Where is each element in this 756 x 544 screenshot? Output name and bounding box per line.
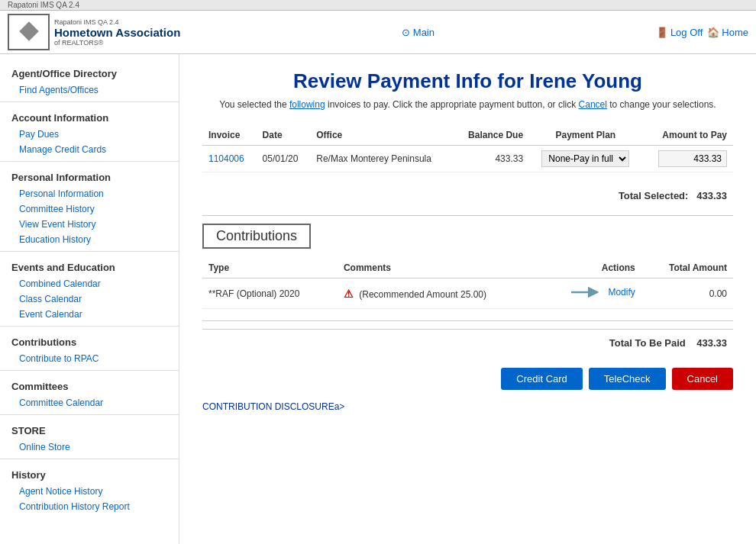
sidebar-section-account: Account Information Pay Dues Manage Cred…	[0, 106, 179, 157]
buttons-row: Credit Card TeleCheck Cancel	[202, 368, 733, 390]
total-selected-label: Total Selected:	[619, 190, 689, 201]
total-to-pay-value: 433.33	[696, 337, 727, 349]
header-right-nav: 🚪 Log Off 🏠 Home	[656, 27, 748, 38]
contributions-box: Contributions	[202, 224, 311, 249]
page-title: Review Payment Info for Irene Young	[202, 69, 733, 93]
logoff-link[interactable]: 🚪 Log Off	[656, 27, 703, 38]
sidebar-item-manage-credit[interactable]: Manage Credit Cards	[0, 142, 179, 157]
col-payment-plan: Payment Plan	[529, 125, 642, 146]
invoice-link[interactable]: 1104006	[208, 153, 244, 164]
cancel-button[interactable]: Cancel	[672, 368, 733, 390]
sidebar-section-events: Events and Education Combined Calendar C…	[0, 256, 179, 322]
sidebar-title-store: STORE	[0, 419, 179, 439]
brand-text: Rapatoni IMS QA 2.4 Hometown Association…	[54, 18, 180, 47]
sidebar-title-account: Account Information	[0, 106, 179, 127]
amount-to-pay-input[interactable]	[658, 150, 727, 167]
sidebar-section-history: History Agent Notice History Contributio…	[0, 463, 179, 514]
invoice-balance: 433.33	[454, 146, 529, 172]
sidebar-item-contribute-rpac[interactable]: Contribute to RPAC	[0, 351, 179, 366]
following-link[interactable]: following	[289, 99, 325, 110]
payment-plan-select[interactable]: None-Pay in full	[541, 150, 629, 167]
header: Rapatoni IMS QA 2.4 Hometown Association…	[0, 11, 756, 54]
logo-icon	[8, 14, 50, 50]
sidebar-title-history: History	[0, 463, 179, 484]
amount-to-pay-cell	[642, 146, 733, 172]
invoice-office: Re/Max Monterey Peninsula	[310, 146, 454, 172]
logo-area: Rapatoni IMS QA 2.4 Hometown Association…	[8, 14, 180, 50]
cancel-inline-link[interactable]: Cancel	[579, 99, 607, 110]
sidebar-title-personal: Personal Information	[0, 166, 179, 186]
arrow-icon	[570, 285, 603, 300]
sidebar-item-contribution-history-report[interactable]: Contribution History Report	[0, 499, 179, 514]
main-content: Review Payment Info for Irene Young You …	[179, 54, 756, 544]
invoice-row: 1104006 05/01/20 Re/Max Monterey Peninsu…	[202, 146, 733, 172]
logoff-icon: 🚪	[656, 27, 668, 38]
sidebar: Agent/Office Directory Find Agents/Offic…	[0, 54, 179, 544]
contrib-type: **RAF (Optional) 2020	[202, 278, 338, 309]
info-icon: ⚠	[344, 288, 354, 300]
logo-diamond	[19, 21, 38, 40]
telecheck-button[interactable]: TeleCheck	[589, 368, 666, 390]
invoice-table: Invoice Date Office Balance Due Payment …	[202, 125, 733, 172]
contributions-heading: Contributions	[216, 228, 297, 243]
invoice-date: 05/01/20	[257, 146, 311, 172]
sidebar-item-class-calendar[interactable]: Class Calendar	[0, 291, 179, 307]
top-bar: Rapatoni IMS QA 2.4	[0, 0, 756, 11]
total-selected-value: 433.33	[696, 190, 727, 201]
sidebar-item-education-history[interactable]: Education History	[0, 232, 179, 247]
credit-card-button[interactable]: Credit Card	[501, 368, 582, 390]
contrib-col-total: Total Amount	[641, 258, 733, 278]
sidebar-item-find-agents[interactable]: Find Agents/Offices	[0, 82, 179, 98]
sidebar-section-agent-office: Agent/Office Directory Find Agents/Offic…	[0, 62, 179, 98]
total-to-pay-label: Total To Be Paid	[609, 337, 686, 349]
sidebar-item-event-calendar[interactable]: Event Calendar	[0, 307, 179, 322]
contribution-row: **RAF (Optional) 2020 ⚠ (Recommended Amo…	[202, 278, 733, 309]
sidebar-title-agent-office: Agent/Office Directory	[0, 62, 179, 82]
sidebar-section-contributions: Contributions Contribute to RPAC	[0, 330, 179, 366]
actions-cell: Modify	[570, 285, 635, 300]
contrib-col-type: Type	[202, 258, 338, 278]
main-nav-link[interactable]: Main	[413, 27, 435, 38]
sidebar-title-contributions: Contributions	[0, 330, 179, 351]
total-selected-row: Total Selected: 433.33	[202, 184, 733, 208]
contrib-total: 0.00	[641, 278, 733, 309]
layout: Agent/Office Directory Find Agents/Offic…	[0, 54, 756, 544]
sidebar-item-committee-history[interactable]: Committee History	[0, 201, 179, 217]
contrib-actions: Modify	[540, 278, 641, 309]
sidebar-title-committees: Committees	[0, 375, 179, 395]
col-balance-due: Balance Due	[454, 125, 529, 146]
sidebar-title-events: Events and Education	[0, 256, 179, 276]
sidebar-section-store: STORE Online Store	[0, 419, 179, 455]
sidebar-item-agent-notice-history[interactable]: Agent Notice History	[0, 484, 179, 499]
sidebar-item-online-store[interactable]: Online Store	[0, 439, 179, 455]
page-subtitle: You selected the following invoices to p…	[202, 99, 733, 110]
col-amount-to-pay: Amount to Pay	[642, 125, 733, 146]
disclosure-link[interactable]: CONTRIBUTION DISCLOSUREa>	[202, 401, 733, 412]
col-office: Office	[310, 125, 454, 146]
sidebar-item-combined-calendar[interactable]: Combined Calendar	[0, 276, 179, 291]
modify-link[interactable]: Modify	[608, 287, 635, 298]
app-name: Rapatoni IMS QA 2.4	[8, 1, 79, 9]
brand-sub: of REALTORS®	[54, 39, 180, 47]
col-invoice: Invoice	[202, 125, 257, 146]
sidebar-item-pay-dues[interactable]: Pay Dues	[0, 127, 179, 142]
invoice-number: 1104006	[202, 146, 257, 172]
sidebar-section-committees: Committees Committee Calendar	[0, 375, 179, 410]
sidebar-item-personal-info[interactable]: Personal Information	[0, 186, 179, 201]
brand-subtitle: Rapatoni IMS QA 2.4	[54, 18, 180, 26]
home-icon: 🏠	[707, 27, 719, 38]
payment-plan-cell: None-Pay in full	[529, 146, 642, 172]
header-center: ⊙ Main	[402, 27, 435, 38]
sidebar-item-committee-calendar[interactable]: Committee Calendar	[0, 395, 179, 410]
total-to-pay-row: Total To Be Paid 433.33	[202, 329, 733, 356]
contributions-table: Type Comments Actions Total Amount **RAF…	[202, 258, 733, 309]
sidebar-section-personal: Personal Information Personal Informatio…	[0, 166, 179, 247]
contrib-col-actions: Actions	[540, 258, 641, 278]
circle-icon: ⊙	[402, 27, 410, 38]
contrib-comments: ⚠ (Recommended Amount 25.00)	[338, 278, 540, 309]
home-link[interactable]: 🏠 Home	[707, 27, 748, 38]
sidebar-item-view-event-history[interactable]: View Event History	[0, 217, 179, 232]
contrib-col-comments: Comments	[338, 258, 540, 278]
brand-name: Hometown Association	[54, 26, 180, 39]
col-date: Date	[257, 125, 311, 146]
